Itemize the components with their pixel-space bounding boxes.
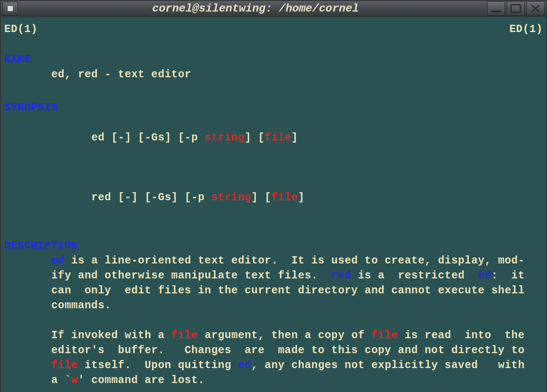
- syn-text: red [-] [-Gs] [-p: [91, 191, 212, 204]
- desc-p1-l4: commands.: [4, 298, 543, 313]
- synopsis-line-2: red [-] [-Gs] [-p string] [file]: [4, 175, 543, 220]
- terminal-window: cornel@silentwing: /home/cornel: [0, 0, 547, 392]
- desc-p1-l2: ify and otherwise manipulate text files.…: [4, 268, 543, 283]
- desc-p1-l3: can only edit files in the current direc…: [4, 283, 543, 298]
- svg-rect-1: [511, 5, 521, 12]
- desc-kw-ed: ed: [51, 255, 65, 267]
- blank-line: [4, 160, 543, 175]
- blank-line: [4, 313, 543, 328]
- desc-text: ' command are lost.: [78, 374, 204, 386]
- svg-rect-0: [491, 11, 501, 12]
- titlebar-left: [3, 2, 24, 15]
- system-menu-icon: [8, 6, 13, 11]
- desc-text: is a line-oriented text editor. It is us…: [65, 255, 525, 267]
- desc-p2-l2: editor's buffer. Changes are made to thi…: [4, 343, 543, 358]
- close-icon: [529, 4, 541, 13]
- blank-line: [4, 388, 543, 392]
- maximize-button[interactable]: [507, 1, 525, 16]
- desc-text: argument, then a copy of: [198, 329, 371, 342]
- syn-text: ] [: [251, 191, 271, 204]
- syn-keyword-string: string: [205, 132, 245, 144]
- header-left: ED(1): [4, 22, 38, 37]
- window-controls: [487, 1, 544, 16]
- titlebar: cornel@silentwing: /home/cornel: [1, 1, 546, 17]
- minimize-button[interactable]: [487, 1, 505, 16]
- desc-text: is a restricted: [351, 269, 478, 282]
- syn-text: ] [: [245, 132, 265, 144]
- desc-text: If invoked with a: [51, 329, 171, 342]
- desc-kw-file: file: [371, 329, 398, 342]
- desc-text: ify and otherwise manipulate text files.: [51, 269, 331, 282]
- name-body: ed, red - text editor: [4, 67, 543, 82]
- desc-text: is read into the: [398, 329, 524, 342]
- desc-text: a `: [51, 374, 71, 386]
- minimize-icon: [490, 4, 502, 13]
- window-title: cornel@silentwing: /home/cornel: [24, 1, 487, 16]
- desc-kw-ed: ed: [238, 359, 251, 372]
- syn-text: ]: [298, 191, 305, 204]
- desc-text: , any changes not explicitly saved with: [251, 359, 525, 372]
- desc-kw-red: red: [331, 269, 351, 282]
- syn-text: ]: [291, 132, 298, 144]
- desc-text: : it: [491, 269, 525, 282]
- desc-kw-ed: ed: [478, 269, 491, 282]
- maximize-icon: [510, 4, 522, 13]
- desc-text: itself. Upon quitting: [78, 359, 238, 372]
- system-menu-button[interactable]: [3, 2, 18, 15]
- close-button[interactable]: [526, 1, 544, 16]
- syn-keyword-string: string: [211, 191, 251, 204]
- desc-kw-file: file: [171, 329, 198, 342]
- blank-line: [4, 82, 543, 97]
- desc-kw-file: file: [51, 359, 78, 372]
- syn-keyword-file: file: [265, 132, 291, 144]
- blank-line: [4, 220, 543, 235]
- syn-keyword-file: file: [271, 191, 298, 204]
- syn-text: ed [-] [-Gs] [-p: [91, 132, 205, 144]
- section-name: NAME: [4, 52, 543, 67]
- desc-p1-l1: ed is a line-oriented text editor. It is…: [4, 253, 543, 268]
- desc-p2-l3: file itself. Upon quitting ed, any chang…: [4, 358, 543, 373]
- desc-p2-l1: If invoked with a file argument, then a …: [4, 328, 543, 343]
- header-right: ED(1): [509, 22, 543, 37]
- manpage-header: ED(1) ED(1): [4, 22, 543, 37]
- desc-p2-l4: a `w' command are lost.: [4, 373, 543, 388]
- section-description: DESCRIPTION: [4, 238, 543, 253]
- desc-kw-w: w: [71, 374, 78, 386]
- section-synopsis: SYNOPSIS: [4, 100, 543, 115]
- terminal-viewport[interactable]: ED(1) ED(1) NAME ed, red - text editor S…: [1, 17, 546, 392]
- synopsis-line-1: ed [-] [-Gs] [-p string] [file]: [4, 115, 543, 160]
